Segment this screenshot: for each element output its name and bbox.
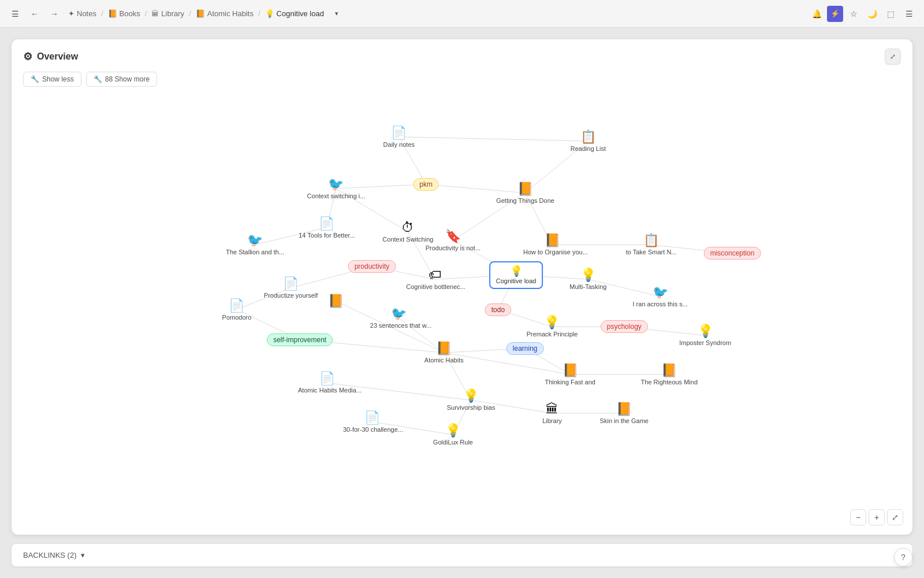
topbar-left: ☰ ← → ✦ Notes / 📙 Books / 🏛 Library / 📙 …: [7, 6, 804, 22]
breadcrumb-library[interactable]: 🏛 Library: [149, 8, 187, 19]
graph-node-stallion[interactable]: 🐦The Stallion and th...: [226, 234, 284, 255]
graph-node-cognitive-load[interactable]: 💡Cognitive load: [489, 261, 543, 289]
graph-node-productivity[interactable]: productivity: [348, 260, 396, 273]
backlinks-chevron: ▾: [81, 551, 85, 560]
graph-node-pkm[interactable]: pkm: [413, 178, 439, 191]
graph-node-14-tools[interactable]: 📄14 Tools for Better...: [299, 217, 355, 238]
layout-button[interactable]: ⬚: [882, 6, 899, 22]
graph-node-productivity-is-not[interactable]: 🔖Productivity is not...: [426, 229, 480, 251]
help-button[interactable]: ?: [894, 548, 912, 566]
graph-node-how-to-organise[interactable]: 📙How to Organise you...: [523, 234, 581, 255]
svg-line-1: [399, 137, 588, 141]
backlinks-bar[interactable]: BACKLINKS (2) ▾: [12, 544, 912, 566]
cognitive-load-icon: 💡: [265, 9, 274, 18]
graph-node-psychology[interactable]: psychology: [601, 320, 648, 333]
breadcrumb-dropdown[interactable]: ▾: [329, 6, 345, 22]
graph-node-library[interactable]: 🏛Library: [542, 402, 562, 424]
graph-canvas[interactable]: 📄Daily notes📋Reading Listpkm📙Getting Thi…: [12, 94, 912, 525]
overview-title: ⚙ Overview: [23, 50, 78, 63]
graph-node-skin-in-the-game[interactable]: 📙Skin in the Game: [600, 402, 649, 424]
topbar-right: 🔔 ⚡ ☆ 🌙 ⬚ ☰: [808, 6, 917, 22]
graph-node-survivorship-bias[interactable]: 💡Survivorship bias: [447, 390, 495, 411]
main: ⚙ Overview ⤢ 🔧 Show less 🔧 88 Show more …: [0, 28, 924, 578]
graph-node-atomic-habits-book[interactable]: 📙Atomic Habits: [424, 342, 464, 364]
graph-node-righteous-mind[interactable]: 📙The Righteous Mind: [641, 364, 698, 385]
show-more-button[interactable]: 🔧 88 Show more: [86, 72, 157, 87]
graph-node-premack-principle[interactable]: 💡Premack Principle: [527, 316, 578, 338]
show-less-button[interactable]: 🔧 Show less: [23, 72, 81, 87]
menu-button[interactable]: ☰: [7, 6, 23, 22]
breadcrumb-books[interactable]: 📙 Books: [106, 8, 143, 19]
more-button[interactable]: ☰: [901, 6, 917, 22]
topbar: ☰ ← → ✦ Notes / 📙 Books / 🏛 Library / 📙 …: [0, 0, 924, 28]
expand-button[interactable]: ⤢: [885, 49, 901, 65]
graph-button[interactable]: ⚡: [827, 6, 843, 22]
graph-node-pomodoro[interactable]: 📄Pomodoro: [222, 299, 252, 320]
star-button[interactable]: ☆: [845, 6, 862, 22]
notes-icon: ✦: [68, 9, 74, 18]
graph-node-daily-notes[interactable]: 📄Daily notes: [383, 126, 415, 147]
graph-node-imposter-syndrom[interactable]: 💡Imposter Syndrom: [679, 325, 731, 346]
graph-node-getting-things-done[interactable]: 📙Getting Things Done: [496, 182, 554, 203]
graph-node-productize-yourself[interactable]: 📄Productize yourself: [264, 277, 318, 299]
library-icon: 🏛: [151, 9, 159, 18]
graph-node-23-sentences[interactable]: 🐦23 sentences that w...: [370, 307, 428, 329]
graph-node-thinking-fast[interactable]: 📙Thinking Fast and: [545, 364, 595, 385]
zoom-fit-button[interactable]: ⤢: [887, 509, 903, 525]
zoom-in-button[interactable]: +: [869, 509, 885, 525]
bell-button[interactable]: 🔔: [808, 6, 825, 22]
graph-node-learning[interactable]: learning: [506, 342, 544, 355]
atomic-habits-icon: 📙: [196, 9, 205, 18]
graph-node-30-for-30[interactable]: 📄30-for-30 challenge...: [343, 411, 401, 432]
overview-icon: ⚙: [23, 50, 32, 63]
graph-node-i-ran-across[interactable]: 🐦I ran across this s...: [633, 286, 688, 307]
forward-button[interactable]: →: [46, 6, 62, 22]
breadcrumb: ✦ Notes / 📙 Books / 🏛 Library / 📙 Atomic…: [66, 6, 345, 22]
moon-button[interactable]: 🌙: [864, 6, 880, 22]
zoom-controls: − + ⤢: [850, 509, 903, 525]
overview-card: ⚙ Overview ⤢ 🔧 Show less 🔧 88 Show more …: [12, 39, 912, 535]
breadcrumb-cognitive-load[interactable]: 💡 Cognitive load: [263, 8, 326, 19]
backlinks-label: BACKLINKS (2): [23, 551, 76, 560]
graph-node-todo[interactable]: todo: [485, 303, 511, 316]
overview-controls: 🔧 Show less 🔧 88 Show more: [12, 72, 912, 94]
graph-node-misconception[interactable]: misconception: [704, 247, 761, 260]
zoom-out-button[interactable]: −: [850, 509, 866, 525]
show-less-icon: 🔧: [31, 75, 39, 83]
graph-node-context-switching[interactable]: ⏱Context Switching: [382, 221, 433, 243]
graph-node-self-improvement[interactable]: self-improvement: [267, 334, 333, 346]
graph-node-to-take-smart-n[interactable]: 📋to Take Smart N...: [626, 234, 677, 255]
graph-node-context-switching-i[interactable]: 🐦Context switching i...: [307, 178, 365, 199]
connections-svg: [12, 94, 912, 525]
graph-node-atomic-habits-icon[interactable]: 📙: [328, 295, 344, 307]
back-button[interactable]: ←: [27, 6, 43, 22]
graph-node-cognitive-bottlenec[interactable]: 🏷Cognitive bottlenec...: [406, 269, 464, 290]
overview-header: ⚙ Overview ⤢: [12, 39, 912, 72]
graph-node-goldilux-rule[interactable]: 💡GoldiLux Rule: [433, 424, 473, 446]
books-icon: 📙: [108, 9, 117, 18]
breadcrumb-atomic-habits[interactable]: 📙 Atomic Habits: [193, 8, 256, 19]
graph-node-atomic-habits-media[interactable]: 📄Atomic Habits Media...: [298, 372, 356, 394]
breadcrumb-notes[interactable]: ✦ Notes: [66, 8, 99, 19]
graph-node-reading-list[interactable]: 📋Reading List: [571, 131, 606, 152]
show-more-icon: 🔧: [94, 75, 102, 83]
graph-node-multi-tasking[interactable]: 💡Multi-Tasking: [569, 269, 606, 290]
